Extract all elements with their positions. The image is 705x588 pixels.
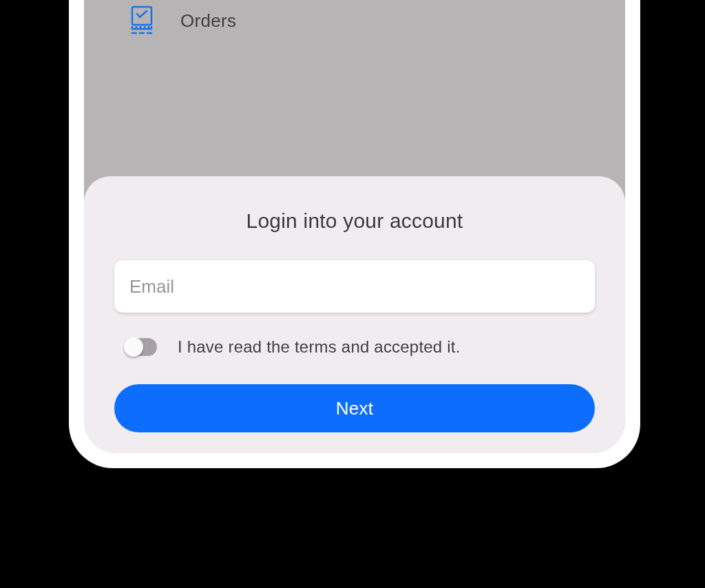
next-button[interactable]: Next xyxy=(114,384,595,432)
terms-row: I have read the terms and accepted it. xyxy=(114,337,595,357)
terms-label: I have read the terms and accepted it. xyxy=(178,337,461,357)
receipt-check-icon xyxy=(128,6,156,36)
login-sheet: Login into your account I have read the … xyxy=(84,176,625,453)
nav-item-label: Orders xyxy=(180,10,236,32)
phone-frame: Orders Login into your account I have re… xyxy=(69,0,640,468)
sheet-title: Login into your account xyxy=(114,209,595,233)
email-field[interactable] xyxy=(114,260,595,313)
nav-item-orders[interactable]: Orders xyxy=(84,0,625,55)
screen: Orders Login into your account I have re… xyxy=(84,0,625,453)
terms-toggle[interactable] xyxy=(125,338,157,356)
toggle-knob xyxy=(124,337,143,357)
